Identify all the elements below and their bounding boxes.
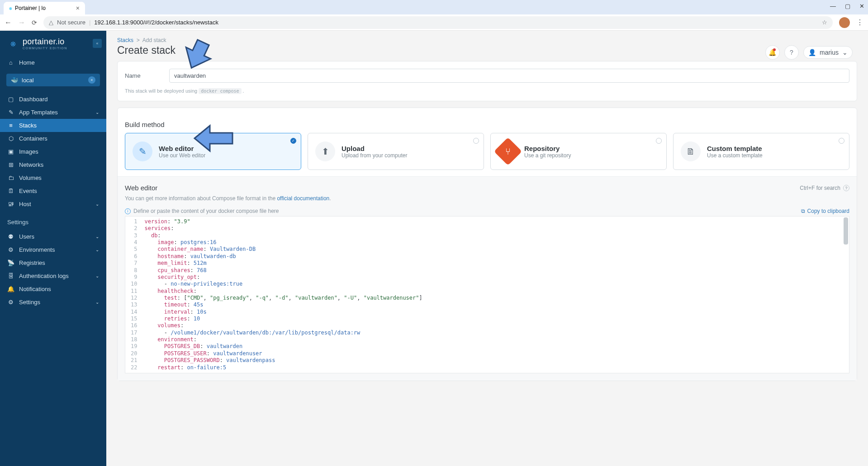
deploy-note: This stack will be deployed using docker… <box>125 88 849 94</box>
browser-toolbar: ← → ⟳ △ Not secure | 192.168.1.18:9000/#… <box>0 14 868 31</box>
nav-icon: ▣ <box>7 148 14 155</box>
sidebar: ⎈ portainer.io COMMUNITY EDITION « ⌂ Hom… <box>0 31 106 466</box>
reload-icon[interactable]: ⟳ <box>32 19 37 26</box>
method-subtitle: Use our Web editor <box>159 152 205 159</box>
method-radio[interactable] <box>656 138 662 144</box>
search-hint: Ctrl+F for search <box>800 185 840 191</box>
code-editor[interactable]: 12345678910111213141516171819202122 vers… <box>125 216 849 373</box>
not-secure-icon: △ <box>49 19 53 26</box>
method-subtitle: Use a custom template <box>707 152 763 159</box>
sidebar-item-settings[interactable]: ⚙Settings⌄ <box>0 296 106 309</box>
address-bar[interactable]: △ Not secure | 192.168.1.18:9000/#!/2/do… <box>43 16 833 29</box>
docker-icon: 🐳 <box>11 77 18 84</box>
sidebar-item-host[interactable]: 🖳Host⌄ <box>0 198 106 211</box>
sidebar-item-label: Stacks <box>19 122 37 129</box>
build-method-repository[interactable]: ⑂ Repository Use a git repository <box>490 133 667 170</box>
stack-name-input[interactable] <box>169 69 849 83</box>
method-icon: ⑂ <box>494 137 522 165</box>
nav-icon: 📡 <box>7 259 14 266</box>
method-icon: ✎ <box>133 141 152 161</box>
sidebar-item-users[interactable]: ⚉Users⌄ <box>0 230 106 243</box>
bookmark-star-icon[interactable]: ☆ <box>822 19 827 26</box>
copy-icon: ⧉ <box>801 208 805 214</box>
method-subtitle: Upload from your computer <box>342 152 407 159</box>
tab-close-icon[interactable]: × <box>76 5 80 12</box>
method-radio[interactable] <box>290 138 296 144</box>
sidebar-item-registries[interactable]: 📡Registries <box>0 256 106 269</box>
user-icon: 👤 <box>808 49 816 56</box>
sidebar-item-home[interactable]: ⌂ Home <box>0 56 106 69</box>
build-method-web-editor[interactable]: ✎ Web editor Use our Web editor <box>125 133 301 170</box>
close-window-icon[interactable]: ✕ <box>859 3 864 9</box>
browser-tab[interactable]: ⎈ Portainer | lo × <box>4 2 85 14</box>
sidebar-item-label: App Templates <box>19 109 58 116</box>
sidebar-item-app-templates[interactable]: ✎App Templates⌄ <box>0 106 106 119</box>
nav-icon: ⬡ <box>7 135 14 142</box>
nav-icon: 🗓 <box>7 188 14 194</box>
sidebar-item-images[interactable]: ▣Images <box>0 145 106 158</box>
sidebar-item-networks[interactable]: ⊞Networks <box>0 158 106 171</box>
portainer-logo-icon: ⎈ <box>9 5 12 11</box>
copy-to-clipboard-button[interactable]: ⧉ Copy to clipboard <box>801 208 849 214</box>
collapse-sidebar-button[interactable]: « <box>93 39 102 48</box>
minimize-icon[interactable]: — <box>830 3 836 9</box>
editor-placeholder-hint: Define or paste the content of your dock… <box>133 208 279 214</box>
sidebar-item-label: Images <box>19 148 38 155</box>
chevron-down-icon: ⌄ <box>95 110 99 115</box>
sidebar-item-dashboard[interactable]: ▢Dashboard <box>0 93 106 106</box>
scrollbar[interactable] <box>844 217 848 245</box>
nav-icon: ≡ <box>7 122 14 129</box>
sidebar-item-label: Notifications <box>19 286 51 292</box>
settings-header: Settings <box>0 212 106 228</box>
code-content[interactable]: version: "3.9" services: db: image: post… <box>141 217 849 373</box>
sidebar-item-notifications[interactable]: 🔔Notifications <box>0 282 106 296</box>
nav-icon: 🖳 <box>7 201 14 207</box>
sidebar-item-label: Events <box>19 188 37 194</box>
forward-icon[interactable]: → <box>18 19 25 27</box>
chevron-down-icon: ⌄ <box>95 300 99 305</box>
sidebar-item-environments[interactable]: ⚙Environments⌄ <box>0 243 106 256</box>
docs-link[interactable]: official documentation <box>277 195 329 202</box>
name-panel: Name This stack will be deployed using d… <box>117 61 857 101</box>
method-title: Web editor <box>159 145 205 152</box>
nav-icon: ▢ <box>7 96 14 103</box>
sidebar-item-label: Host <box>19 201 31 207</box>
environment-name: local <box>22 77 34 84</box>
sidebar-item-label: Users <box>19 233 34 240</box>
close-env-icon[interactable]: × <box>88 76 95 84</box>
sidebar-item-containers[interactable]: ⬡Containers <box>0 132 106 145</box>
window-controls: — ▢ ✕ <box>830 3 864 9</box>
browser-menu-icon[interactable]: ⋮ <box>856 18 863 27</box>
sidebar-item-label: Dashboard <box>19 96 48 103</box>
profile-avatar[interactable] <box>839 17 850 28</box>
sidebar-item-label: Containers <box>19 135 47 142</box>
help-button[interactable]: ? <box>784 45 799 60</box>
name-label: Name <box>125 72 161 79</box>
sidebar-item-authentication-logs[interactable]: 🗄Authentication logs⌄ <box>0 269 106 282</box>
method-icon: 🗎 <box>681 141 701 161</box>
tab-title: Portainer | lo <box>15 5 46 11</box>
user-menu[interactable]: 👤 marius ⌄ <box>803 46 853 59</box>
back-icon[interactable]: ← <box>5 19 12 27</box>
notifications-button[interactable]: 🔔 <box>765 45 780 60</box>
sidebar-item-label: Environments <box>19 246 55 253</box>
maximize-icon[interactable]: ▢ <box>845 3 850 9</box>
build-method-upload[interactable]: ⬆ Upload Upload from your computer <box>308 133 484 170</box>
browser-tab-bar: ⎈ Portainer | lo × — ▢ ✕ <box>0 0 868 14</box>
build-method-custom-template[interactable]: 🗎 Custom template Use a custom template <box>673 133 849 170</box>
nav-icon: ⚉ <box>7 233 14 240</box>
sidebar-item-volumes[interactable]: 🗀Volumes <box>0 171 106 184</box>
sidebar-item-events[interactable]: 🗓Events <box>0 184 106 198</box>
environment-chip[interactable]: 🐳 local × <box>6 74 100 86</box>
help-icon[interactable]: ? <box>843 185 849 191</box>
chevron-down-icon: ⌄ <box>95 234 99 239</box>
breadcrumb: Stacks > Add stack <box>106 31 868 44</box>
page-title: Create stack <box>106 44 868 61</box>
nav-icon: 🗄 <box>7 273 14 279</box>
chevron-down-icon: ⌄ <box>95 247 99 252</box>
breadcrumb-stacks-link[interactable]: Stacks <box>117 37 133 43</box>
sidebar-item-stacks[interactable]: ≡Stacks <box>0 119 106 132</box>
method-radio[interactable] <box>839 138 844 144</box>
method-radio[interactable] <box>473 138 479 144</box>
nav-icon: 🗀 <box>7 174 14 181</box>
